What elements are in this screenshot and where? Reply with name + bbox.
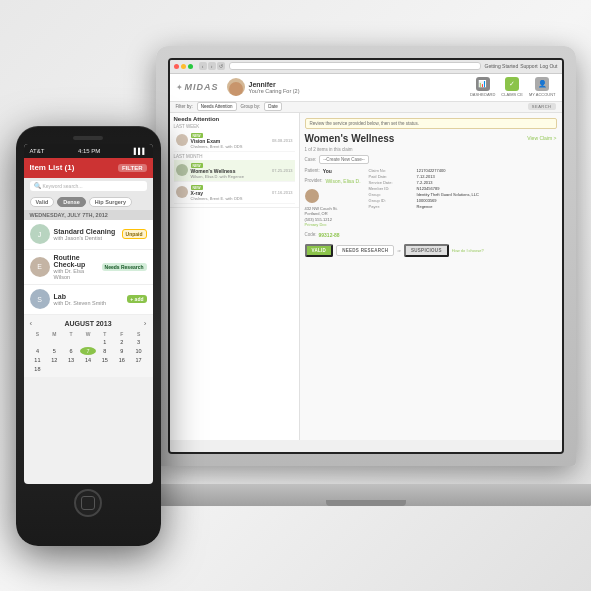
list-item-checkup[interactable]: E Routine Check-up with Dr. Elsa Wilson … (24, 250, 153, 285)
filter-hip-surgery[interactable]: Hip Surgery (89, 197, 132, 207)
cal-prev-button[interactable]: ‹ (30, 319, 33, 328)
list-item-lab[interactable]: S Lab with Dr. Steven Smith + add (24, 285, 153, 315)
url-bar[interactable] (229, 62, 481, 70)
cal-17[interactable]: 17 (131, 356, 147, 364)
item-info-cleaning: Standard Cleaning with Jason's Dentist (54, 228, 118, 241)
support-link[interactable]: Support (520, 63, 538, 69)
view-claim-link[interactable]: View Claim > (527, 135, 556, 141)
item-thumb-cleaning: J (30, 224, 50, 244)
claim-sub: Chalmers, Brent E. with ODS (191, 144, 270, 149)
main-content: Needs Attention LAST WEEK NEW Vision Exa… (170, 113, 562, 440)
cal-4[interactable]: 4 (30, 347, 46, 355)
group-by-select[interactable]: Date (264, 102, 282, 111)
cal-3[interactable]: 3 (131, 338, 147, 346)
back-button[interactable]: ‹ (199, 62, 207, 70)
cal-9[interactable]: 9 (114, 347, 130, 355)
nav-dashboard[interactable]: 📊 DASHBOARD (470, 77, 495, 97)
cal-2[interactable]: 2 (114, 338, 130, 346)
cal-12[interactable]: 12 (46, 356, 62, 364)
case-row: Case: --Create New Case-- (305, 155, 557, 164)
cal-13[interactable]: 13 (63, 356, 79, 364)
provider-label: Provider: (305, 178, 323, 183)
phone: AT&T 4:15 PM ▌▌▌ Item List (1) FILTER 🔍 … (16, 126, 161, 546)
cal-16[interactable]: 16 (114, 356, 130, 364)
cal-6[interactable]: 6 (63, 347, 79, 355)
forward-button[interactable]: › (208, 62, 216, 70)
phone-topbar: Item List (1) FILTER (24, 158, 153, 178)
dashboard-icon: 📊 (476, 77, 490, 91)
claim-info-xray: NEW X-ray Chalmers, Brent E. with ODS (191, 184, 270, 201)
cal-18[interactable]: 18 (30, 365, 46, 373)
minimize-dot (181, 64, 186, 69)
cal-10[interactable]: 10 (131, 347, 147, 355)
claim-item-xray[interactable]: NEW X-ray Chalmers, Brent E. with ODS 07… (174, 182, 295, 204)
calendar: ‹ AUGUST 2013 › S M T W T F S (24, 315, 153, 377)
cal-day-t2: T (97, 331, 113, 337)
claim-item-vision[interactable]: NEW Vision Exam Chalmers, Brent E. with … (174, 130, 295, 152)
refresh-button[interactable]: ↺ (217, 62, 225, 70)
claim-date: 08-08-2013 (272, 138, 292, 143)
nav-claims[interactable]: ✓ CLAIMS CE (501, 77, 523, 97)
cal-7-today[interactable]: 7 (80, 347, 96, 355)
how-link[interactable]: How do I choose? (452, 248, 484, 253)
item-sub-cleaning: with Jason's Dentist (54, 235, 118, 241)
filter-dense[interactable]: Dense (57, 197, 86, 207)
account-icon: 👤 (535, 77, 549, 91)
app-header: ✦ MIDAS Jennifer You're Caring For (2) 📊 (170, 74, 562, 102)
calendar-header: ‹ AUGUST 2013 › (30, 319, 147, 328)
laptop-base (136, 484, 592, 506)
user-info-block: Jennifer You're Caring For (2) (249, 81, 300, 94)
claim-date-xray: 07-16-2013 (272, 190, 292, 195)
claim-thumb-xray (176, 186, 188, 198)
valid-button[interactable]: VALID (305, 244, 334, 257)
case-select[interactable]: --Create New Case-- (319, 155, 369, 164)
needs-research-button[interactable]: NEEDS RESEARCH (336, 245, 394, 256)
scene: ‹ › ↺ Getting Started Support Log Out (16, 26, 576, 566)
nav-account[interactable]: 👤 MY ACCOUNT (529, 77, 556, 97)
details-grid: Patient: You Provider: Wilson, Elisa D. (305, 168, 557, 238)
right-panel: Review the service provided below, then … (300, 113, 562, 440)
getting-started-link[interactable]: Getting Started (485, 63, 519, 69)
nav-icons: 📊 DASHBOARD ✓ CLAIMS CE 👤 MY ACCOUNT (470, 77, 556, 97)
search-input[interactable]: 🔍 Keyword search... (30, 181, 147, 191)
list-item-cleaning[interactable]: J Standard Cleaning with Jason's Dentist… (24, 220, 153, 250)
meta-claim-no: Claim No: 1217042277400 (369, 168, 479, 173)
provider-link[interactable]: Wilson, Elisa D. (326, 178, 361, 184)
laptop-screen-content: ‹ › ↺ Getting Started Support Log Out (170, 60, 562, 452)
meta-payer: Payer: Regence (369, 204, 479, 209)
cal-next-button[interactable]: › (144, 319, 147, 328)
code-value: 99312-88 (319, 232, 340, 238)
cal-15[interactable]: 15 (97, 356, 113, 364)
home-button[interactable] (74, 489, 102, 517)
filter-valid[interactable]: Valid (30, 197, 55, 207)
search-button[interactable]: SEARCH (528, 103, 556, 110)
cal-5[interactable]: 5 (46, 347, 62, 355)
claim-count: 1 of 2 items in this claim (305, 147, 557, 152)
meta-service-date: Service Date: 7-2-2013 (369, 180, 479, 185)
meta-group: Group: Identity Theft Guard Solutions, L… (369, 192, 479, 197)
cal-day-s1: S (30, 331, 46, 337)
app-logo: MIDAS (185, 82, 219, 92)
filter-button[interactable]: FILTER (118, 164, 147, 172)
claims-icon: ✓ (505, 77, 519, 91)
browser-actions: Getting Started Support Log Out (485, 63, 558, 69)
cal-11[interactable]: 11 (30, 356, 46, 364)
left-panel: Needs Attention LAST WEEK NEW Vision Exa… (170, 113, 300, 440)
cal-8[interactable]: 8 (97, 347, 113, 355)
suspicious-button[interactable]: SUSPICIOUS (404, 244, 449, 257)
cal-1[interactable]: 1 (97, 338, 113, 346)
period-last-month: LAST MONTH (174, 154, 295, 159)
code-row: Code: 99312-88 (305, 232, 361, 238)
claim-item-wellness[interactable]: NEW Women's Wellness Wilson, Elisa D. wi… (174, 160, 295, 182)
case-label: Case: (305, 157, 317, 162)
cal-14[interactable]: 14 (80, 356, 96, 364)
phone-body: AT&T 4:15 PM ▌▌▌ Item List (1) FILTER 🔍 … (16, 126, 161, 546)
cal-empty-2 (46, 338, 62, 346)
period-last-week: LAST WEEK (174, 124, 295, 129)
item-badge-lab[interactable]: + add (127, 295, 146, 303)
filter-by-select[interactable]: Needs Attention (197, 102, 237, 111)
needs-attention-section: Needs Attention LAST WEEK NEW Vision Exa… (170, 113, 299, 208)
maximize-dot (188, 64, 193, 69)
logout-link[interactable]: Log Out (540, 63, 558, 69)
signal-battery: ▌▌▌ (134, 148, 147, 154)
